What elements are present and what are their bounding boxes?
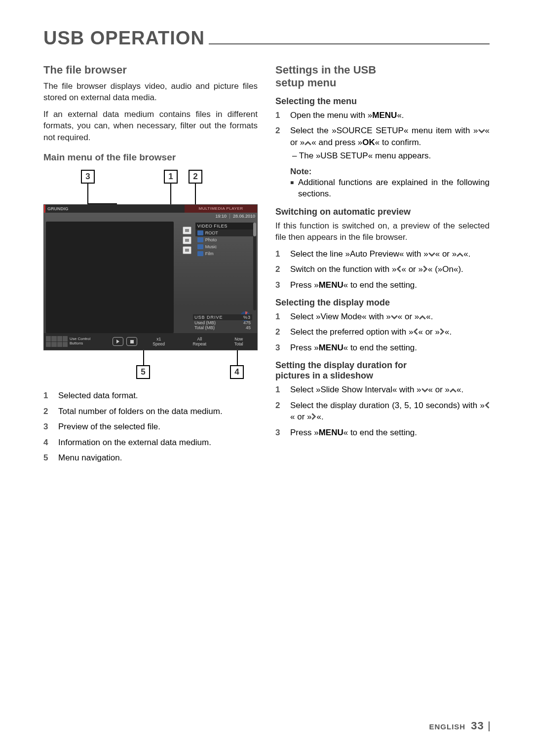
footer-language: ENGLISH — [429, 722, 465, 731]
sec4-step1: Select »Slide Show Interval« with »« or … — [290, 384, 490, 395]
file-row-root: ROOT — [195, 229, 255, 236]
legend-3: Preview of the selected file. — [58, 421, 258, 432]
file-row-photo: Photo — [195, 236, 255, 243]
legend-2: Total number of folders on the data medi… — [58, 406, 258, 417]
format-icons — [183, 227, 192, 256]
page-title: USB OPERATION — [43, 28, 205, 49]
file-browser-p1: The file browser displays video, audio a… — [43, 80, 258, 104]
sec3-step2: Select the preferred option with »« or »… — [290, 326, 490, 338]
slideshow-heading: Setting the display duration forpictures… — [275, 360, 490, 381]
legend-list: 1Selected data format. 2Total number of … — [43, 390, 258, 463]
file-list-header: VIDEO FILES — [195, 223, 255, 229]
sec1-step1: Open the menu with »MENU«. — [290, 110, 490, 121]
page-title-row: USB OPERATION — [43, 28, 490, 49]
color-keys-icon — [46, 336, 68, 347]
sec1-step2: Select the »SOURCE SETUP« menu item with… — [290, 125, 490, 161]
stop-icon — [126, 337, 137, 346]
right-arrow-icon — [440, 328, 445, 335]
file-browser-heading: The file browser — [43, 64, 258, 76]
display-mode-heading: Selecting the display mode — [275, 298, 490, 308]
file-scrollbar — [253, 223, 256, 310]
main-menu-heading: Main menu of the file browser — [43, 152, 258, 163]
up-arrow-icon — [450, 388, 457, 393]
screen-time: 19:10 — [215, 214, 227, 219]
auto-preview-p: If this function is switched on, a previ… — [275, 220, 490, 243]
brand-name: GRUNDIG — [44, 205, 185, 213]
down-arrow-icon — [478, 129, 485, 134]
up-arrow-icon — [419, 315, 426, 320]
callout-5: 5 — [136, 365, 150, 379]
sec4-step3: Press »MENU« to end the setting. — [290, 427, 490, 438]
down-arrow-icon — [421, 388, 428, 393]
sec2-step3: Press »MENU« to end the setting. — [290, 279, 490, 291]
folder-icon — [197, 251, 203, 256]
up-arrow-icon — [457, 252, 463, 257]
format-icon-music — [183, 236, 191, 244]
right-arrow-icon — [311, 413, 316, 420]
left-arrow-icon — [396, 265, 401, 272]
drive-info: USB DRIVE%3 Used (MB)475 Total (MB)45 — [193, 314, 252, 330]
left-arrow-icon — [485, 402, 490, 409]
folder-icon — [197, 237, 203, 242]
screen-mock: GRUNDIG MULTIMEDIA PLAYER 19:10 28.06.20… — [43, 204, 258, 350]
footer-page-number: 33 — [471, 719, 484, 732]
file-row-music: Music — [195, 243, 255, 250]
sec3-step1: Select »View Mode« with »« or »«. — [290, 311, 490, 322]
file-row-film: Film — [195, 250, 255, 257]
format-icon-photo — [183, 246, 191, 254]
sec2-step1: Select the line »Auto Preview« with »« o… — [290, 248, 490, 260]
callout-1: 1 — [164, 170, 178, 184]
folder-icon — [197, 230, 203, 235]
screen-date: 28.06.2010 — [233, 214, 255, 219]
auto-preview-heading: Switching on automatic preview — [275, 207, 490, 217]
page-footer: ENGLISH 33 — [429, 719, 490, 732]
down-arrow-icon — [391, 315, 398, 320]
left-column: The file browser The file browser displa… — [43, 64, 258, 468]
up-arrow-icon — [305, 141, 311, 146]
down-arrow-icon — [428, 252, 435, 257]
usb-settings-heading: Settings in the USBsetup menu — [275, 64, 490, 89]
preview-pane — [46, 222, 174, 333]
folder-icon — [197, 244, 203, 249]
note-text: Additional functions are explained in th… — [298, 177, 490, 200]
sec2-step2: Switch on the function with »« or »« (»O… — [290, 264, 490, 275]
selecting-menu-heading: Selecting the menu — [275, 96, 490, 107]
file-browser-p2: If an external data medium contains file… — [43, 109, 258, 143]
callout-2: 2 — [189, 170, 202, 184]
callout-4: 4 — [230, 365, 244, 379]
play-icon — [113, 337, 123, 346]
brand-label: MULTIMEDIA PLAYER — [185, 205, 257, 213]
sec3-step3: Press »MENU« to end the setting. — [290, 342, 490, 353]
sec4-step2: Select the display duration (3, 5, 10 se… — [290, 400, 490, 423]
right-arrow-icon — [423, 265, 428, 272]
legend-1: Selected data format. — [58, 390, 258, 401]
format-icon-video — [183, 227, 191, 234]
file-browser-diagram: 3 1 2 GRUNDIG MULTIMEDIA PLAYER 19:10 — [43, 170, 258, 381]
legend-4: Information on the external data medium. — [58, 437, 258, 448]
legend-5: Menu navigation. — [58, 452, 258, 463]
file-list: VIDEO FILES ROOT Photo Music Film — [195, 223, 255, 269]
callout-3: 3 — [81, 170, 95, 184]
nav-bar: Use ControlButtons x1Speed AllRepeat Now… — [44, 333, 257, 350]
title-rule — [209, 43, 490, 44]
note-box: Note: ■Additional functions are explaine… — [290, 167, 490, 200]
right-column: Settings in the USBsetup menu Selecting … — [275, 64, 490, 468]
left-arrow-icon — [413, 328, 418, 335]
